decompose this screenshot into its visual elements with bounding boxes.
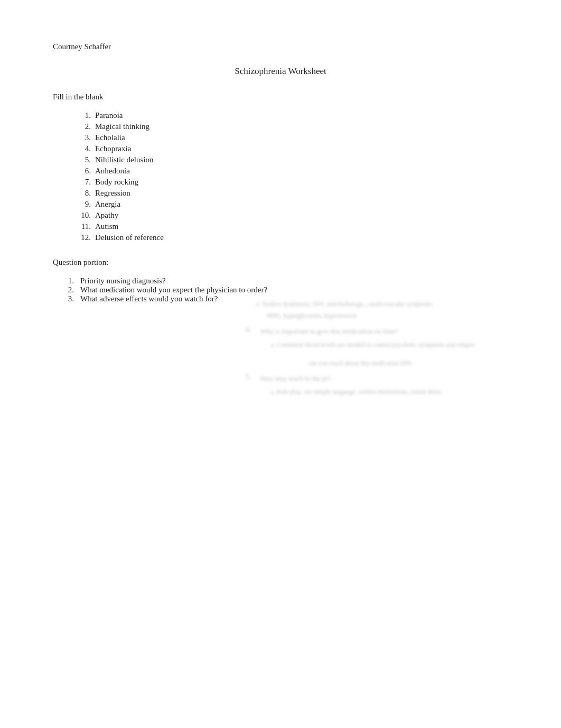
item-number: 7.: [74, 178, 91, 187]
author-name: Courtney Schaffer: [53, 42, 508, 51]
item-text: Paranoia: [95, 111, 123, 120]
item-number: 8.: [74, 189, 91, 198]
page: Courtney Schaffer Schizophrenia Workshee…: [0, 0, 561, 728]
question-1: 1. Priority nursing diagnosis?: [53, 277, 508, 285]
item-number: 9.: [74, 200, 91, 209]
worksheet-title: Schizophrenia Worksheet: [53, 66, 508, 77]
question-3: 3. What adverse effects would you watch …: [53, 294, 508, 398]
item-number: 3.: [74, 133, 91, 142]
list-item: 12. Delusion of reference: [74, 233, 508, 242]
list-item: 9. Anergia: [74, 200, 508, 209]
list-item: 2. Magical thinking: [74, 122, 508, 131]
list-item: 8. Regression: [74, 189, 508, 198]
item-text: Autism: [95, 222, 118, 231]
fill-in-blank-list: 1. Paranoia 2. Magical thinking 3. Echol…: [74, 111, 508, 242]
question-text: What adverse effects would you watch for…: [80, 294, 218, 303]
item-number: 10.: [74, 211, 91, 220]
question-number: 2.: [53, 285, 74, 294]
item-number: 1.: [74, 111, 91, 120]
list-item: 10. Apathy: [74, 211, 508, 220]
list-item: 11. Autism: [74, 222, 508, 231]
question-3-blurred-answers: a. Tardive dyskinesia, EPS, anticholiner…: [245, 299, 474, 398]
question-text: What medication would you expect the phy…: [80, 285, 267, 294]
question-text: Priority nursing diagnosis?: [80, 277, 166, 285]
list-item: 7. Body rocking: [74, 178, 508, 187]
item-number: 4.: [74, 144, 91, 153]
question-number: 1.: [53, 277, 74, 285]
item-number: 6.: [74, 167, 91, 176]
item-text: Anhedonia: [95, 167, 130, 176]
question-number: 3.: [53, 294, 74, 303]
list-item: 6. Anhedonia: [74, 167, 508, 176]
item-number: 12.: [74, 233, 91, 242]
item-number: 11.: [74, 222, 91, 231]
fill-section-label: Fill in the blank: [53, 93, 508, 102]
item-text: Regression: [95, 189, 130, 198]
item-text: Body rocking: [95, 178, 138, 187]
item-number: 5.: [74, 155, 91, 164]
question-2: 2. What medication would you expect the …: [53, 285, 508, 294]
item-text: Anergia: [95, 200, 120, 209]
item-text: Magical thinking: [95, 122, 149, 131]
list-item: 1. Paranoia: [74, 111, 508, 120]
list-item: 4. Echopraxia: [74, 144, 508, 153]
item-text: Nihilistic delusion: [95, 155, 153, 164]
list-item: 5. Nihilistic delusion: [74, 155, 508, 164]
item-text: Echolalia: [95, 133, 125, 142]
list-item: 3. Echolalia: [74, 133, 508, 142]
question-list: 1. Priority nursing diagnosis? 2. What m…: [53, 277, 508, 398]
item-text: Apathy: [95, 211, 118, 220]
item-text: Echopraxia: [95, 144, 131, 153]
item-number: 2.: [74, 122, 91, 131]
question-section-label: Question portion:: [53, 258, 508, 267]
item-text: Delusion of reference: [95, 233, 164, 242]
